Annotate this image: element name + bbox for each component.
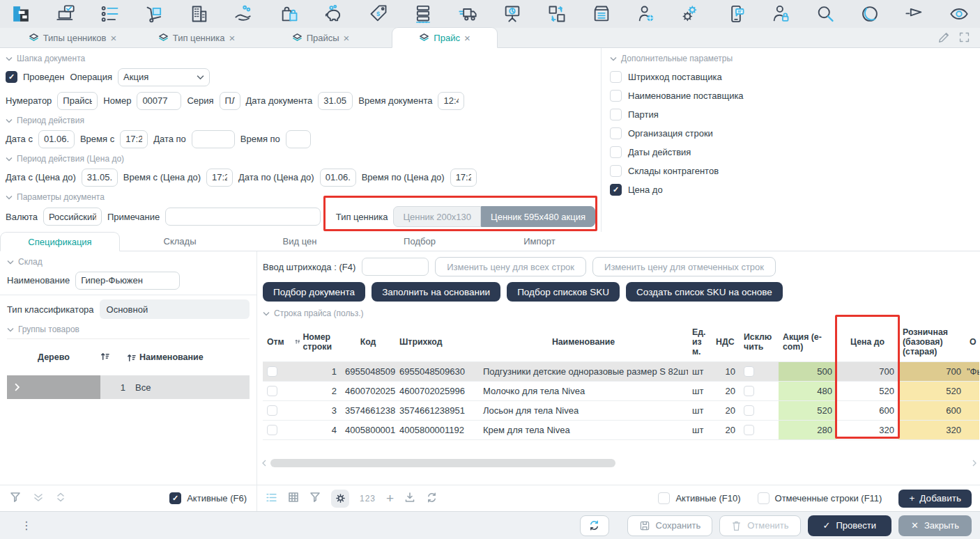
cancel-button[interactable]: Отменить [719,515,800,536]
col-line-number[interactable]: Номер строки [291,322,341,361]
tab-import[interactable]: Импорт [480,232,599,251]
expand-icon[interactable] [958,31,970,46]
table-row[interactable]: 3 3574661238951 3574661238951 Лосьон для… [263,400,979,420]
pick-document-button[interactable]: Подбор документа [263,282,365,302]
close-icon[interactable]: × [229,33,235,43]
col-barcode[interactable]: Штрихкод [395,322,479,361]
row-exclude-checkbox[interactable] [744,405,754,416]
app-logo[interactable] [10,3,32,25]
server-icon[interactable] [412,3,434,25]
section-warehouse[interactable]: Склад [7,257,250,267]
doc-time-field[interactable] [438,92,464,110]
tab-specifikaciya[interactable]: Спецификация [0,232,120,251]
supplier-name-checkbox[interactable] [610,90,622,102]
building-icon[interactable] [188,3,210,25]
refresh-loop-icon[interactable] [426,492,438,506]
hand-coins-icon[interactable] [233,3,255,25]
col-name[interactable]: Наименование [479,322,688,361]
edit-pencil-icon[interactable] [937,31,950,46]
tab-tipy-cennikov[interactable]: Типы ценников× [20,28,125,47]
phone-chat-icon[interactable] [725,3,747,25]
row-exclude-checkbox[interactable] [744,366,754,377]
col-promo[interactable]: Акция (e-com) [779,322,836,361]
tab-prajs-active[interactable]: Прайс× [392,27,498,48]
pp-date-to-field[interactable] [320,169,356,187]
pp-time-to-field[interactable] [450,169,477,187]
add-row-icon[interactable]: + [386,492,394,505]
section-goods-groups[interactable]: Группы товаров [7,325,250,334]
laptop-chat-icon[interactable] [54,3,77,25]
filter-funnel-icon[interactable] [10,492,21,505]
section-doc-params[interactable]: Параметры документа [6,192,595,202]
post-button[interactable]: ✓Провести [808,515,891,536]
note-field[interactable] [165,208,321,226]
close-icon[interactable]: × [344,33,350,43]
row-mark-checkbox[interactable] [267,425,277,435]
doc-date-field[interactable] [318,92,353,110]
pp-time-from-field[interactable] [206,169,233,187]
col-retail[interactable]: Розничная (базовая) (старая) [898,322,965,361]
time-to-field[interactable] [286,130,311,148]
close-icon[interactable]: × [464,33,470,43]
table-row[interactable]: 4 4005800001192 4005800001192 Крем для т… [263,420,979,439]
counterparty-warehouses-checkbox[interactable] [610,165,622,177]
sync-squares-icon[interactable] [546,3,568,25]
row-mark-checkbox[interactable] [267,366,277,377]
tree-col-name[interactable]: Наименование [127,352,250,362]
scroll-left-icon[interactable] [261,460,267,467]
close-button[interactable]: ✕Закрыть [898,515,972,536]
person-globe-icon[interactable] [635,3,657,25]
scrollbar-thumb[interactable] [270,459,615,467]
col-price-to[interactable]: Цена до [836,322,898,361]
numerator-field[interactable] [57,92,98,110]
horizontal-scrollbar[interactable] [261,458,977,468]
section-period[interactable]: Период действия [6,116,595,125]
active-f10-checkbox[interactable] [658,492,670,504]
tab-podbor[interactable]: Подбор [360,232,480,251]
overflow-menu-icon[interactable]: ⋮ [21,519,32,532]
section-doc-header[interactable]: Шапка документа [6,54,595,63]
search-icon[interactable] [814,3,836,25]
truck-icon[interactable] [457,3,479,25]
tree-row-all[interactable]: 1 Все [7,375,250,399]
price-to-checkbox[interactable]: ✓ [610,184,622,196]
eye-icon[interactable] [948,3,970,25]
expand-collapse-icon[interactable] [56,492,66,504]
col-exclude[interactable]: Исключить [740,322,779,361]
number-field[interactable] [137,92,181,110]
package-icon[interactable] [590,3,613,25]
date-to-field[interactable] [192,130,235,148]
time-from-field[interactable] [120,130,148,148]
numbering-toggle[interactable]: 123 [360,494,376,503]
tab-tip-cennika[interactable]: Тип ценника× [144,28,250,47]
save-button[interactable]: Сохранить [627,515,713,536]
price-tag-icon[interactable]: $ [367,3,390,25]
person-lock-icon[interactable] [770,3,792,25]
pick-sku-lists-button[interactable]: Подбор списков SKU [507,282,620,302]
section-additional-params[interactable]: Дополнительные параметры [610,54,972,63]
scroll-right-icon[interactable] [972,460,977,467]
tag-option-595x480[interactable]: Ценник 595х480 акция [481,206,595,227]
sort-icon[interactable] [100,352,127,363]
flag-icon[interactable] [903,3,926,25]
refresh-button[interactable] [580,515,609,536]
table-settings-gear-icon[interactable] [331,490,349,508]
add-button[interactable]: +Добавить [898,490,972,508]
change-price-all-button[interactable]: Изменить цену для всех строк [435,257,586,276]
grid-view-icon[interactable] [288,492,299,505]
series-field[interactable] [220,92,240,110]
change-price-marked-button[interactable]: Изменить цену для отмеченных строк [592,257,776,276]
validity-dates-checkbox[interactable] [610,146,622,158]
batch-checkbox[interactable] [610,109,622,120]
col-overflow[interactable]: О [965,322,979,361]
section-price-row[interactable]: Строка прайса (польз.) [263,308,980,318]
posted-checkbox[interactable]: ✓ [6,71,17,83]
tree-col-tree[interactable]: Дерево [7,352,100,362]
row-exclude-checkbox[interactable] [744,386,754,396]
tab-prajsy[interactable]: Прайсы× [268,28,374,47]
operation-select[interactable]: Акция [118,68,210,86]
cart-icon[interactable] [144,3,166,25]
presentation-chart-icon[interactable] [501,3,523,25]
section-period-price[interactable]: Период действия (Цена до) [6,154,595,164]
checklist-icon[interactable] [99,3,121,25]
